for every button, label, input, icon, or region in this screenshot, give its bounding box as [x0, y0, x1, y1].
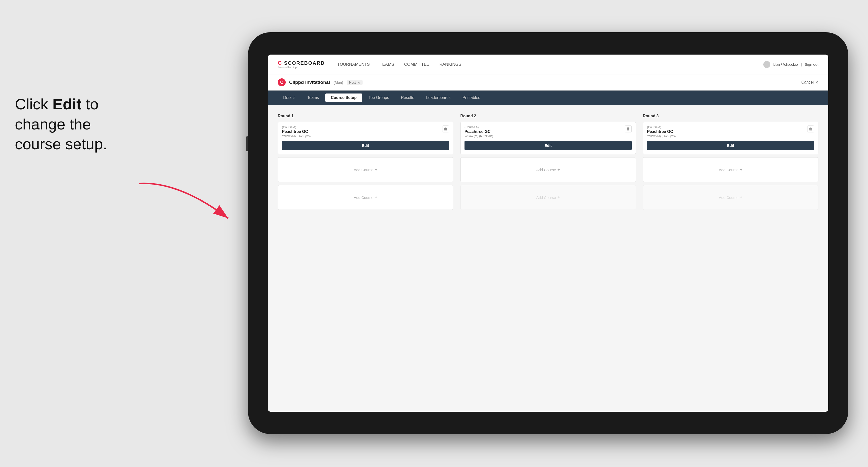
logo-c-letter: C	[278, 60, 282, 66]
course-info-r3: (Course A) Peachtree GC Yellow (M) (6629…	[647, 125, 807, 138]
delete-course-r1-button[interactable]: 🗑	[442, 125, 449, 132]
tournament-name: Clippd Invitational	[289, 80, 330, 85]
nav-rankings[interactable]: RANKINGS	[439, 62, 461, 67]
nav-right: blair@clippd.io | Sign out	[763, 61, 818, 68]
tab-course-setup[interactable]: Course Setup	[326, 93, 362, 102]
top-nav: C SCOREBOARD Powered by clippd TOURNAMEN…	[268, 55, 828, 74]
course-card-r3-c1: (Course A) Peachtree GC Yellow (M) (6629…	[643, 122, 818, 154]
sub-header: C Clippd Invitational (Men) Hosting Canc…	[268, 74, 828, 91]
round-2-column: Round 2 (Course A) Peachtree GC Yellow (…	[460, 114, 636, 213]
trash-icon-r2: 🗑	[626, 127, 630, 131]
clippd-logo: C	[278, 79, 286, 86]
tabs-bar: Details Teams Course Setup Tee Groups Re…	[268, 91, 828, 105]
trash-icon-r3: 🗑	[809, 127, 813, 131]
course-card-header: (Course A) Peachtree GC Yellow (M) (6629…	[278, 122, 453, 138]
tab-leaderboards[interactable]: Leaderboards	[421, 93, 456, 102]
add-course-label: Add Course	[354, 168, 373, 172]
main-content: Round 1 (Course A) Peachtree GC Yellow (…	[268, 105, 828, 412]
plus-icon-r1-2: +	[375, 195, 377, 200]
add-course-r3-text1: Add Course +	[719, 167, 742, 172]
add-course-r2-slot1[interactable]: Add Course +	[460, 157, 636, 182]
tablet-frame: C SCOREBOARD Powered by clippd TOURNAMEN…	[248, 32, 848, 434]
tab-details[interactable]: Details	[278, 93, 301, 102]
add-course-r1-slot2[interactable]: Add Course +	[278, 185, 453, 210]
plus-icon-r3-2: +	[740, 195, 743, 200]
add-course-r3-label: Add Course	[719, 168, 738, 172]
course-card-header-r3: (Course A) Peachtree GC Yellow (M) (6629…	[643, 122, 818, 138]
plus-icon-r3-1: +	[740, 167, 743, 172]
edit-course-r2-button[interactable]: Edit	[465, 141, 632, 150]
course-detail-r1: Yellow (M) (6629 yds)	[282, 134, 442, 138]
round-3-column: Round 3 (Course A) Peachtree GC Yellow (…	[643, 114, 818, 213]
instruction-text: Click Edit tochange thecourse setup.	[15, 94, 107, 154]
nav-tournaments[interactable]: TOURNAMENTS	[337, 62, 370, 67]
logo-area: C SCOREBOARD Powered by clippd	[278, 60, 325, 69]
course-info-r2: (Course A) Peachtree GC Yellow (M) (6629…	[465, 125, 625, 138]
tablet-screen: C SCOREBOARD Powered by clippd TOURNAMEN…	[268, 55, 828, 412]
course-name-r1: Peachtree GC	[282, 129, 442, 134]
nav-committee[interactable]: COMMITTEE	[404, 62, 429, 67]
delete-course-r2-button[interactable]: 🗑	[625, 125, 632, 132]
round-1-column: Round 1 (Course A) Peachtree GC Yellow (…	[278, 114, 453, 213]
add-course-label-2: Add Course	[354, 195, 373, 200]
nav-links: TOURNAMENTS TEAMS COMMITTEE RANKINGS	[337, 62, 764, 67]
cancel-button[interactable]: Cancel ✕	[801, 80, 818, 85]
course-label-r1: (Course A)	[282, 125, 442, 129]
add-course-r2-label: Add Course	[536, 168, 556, 172]
course-label-r3: (Course A)	[647, 125, 807, 129]
add-course-r2-label-2: Add Course	[536, 195, 556, 200]
course-info: (Course A) Peachtree GC Yellow (M) (6629…	[282, 125, 442, 138]
scoreboard-text: SCOREBOARD	[284, 60, 324, 66]
bold-edit: Edit	[53, 95, 82, 113]
add-course-r1-text1: Add Course +	[354, 167, 377, 172]
course-name-r2: Peachtree GC	[465, 129, 625, 134]
tournament-gender: (Men)	[334, 80, 343, 85]
hosting-badge: Hosting	[347, 80, 363, 85]
arrow-annotation	[129, 179, 243, 233]
nav-separator: |	[801, 62, 802, 66]
rounds-grid: Round 1 (Course A) Peachtree GC Yellow (…	[278, 114, 818, 213]
course-detail-r3: Yellow (M) (6629 yds)	[647, 134, 807, 138]
add-course-r3-label-2: Add Course	[719, 195, 738, 200]
plus-icon-r1-1: +	[375, 167, 377, 172]
round-3-label: Round 3	[643, 114, 818, 118]
user-email: blair@clippd.io	[773, 62, 798, 66]
add-course-r3-slot2: Add Course +	[643, 185, 818, 210]
trash-icon: 🗑	[444, 127, 447, 131]
add-course-r2-slot2: Add Course +	[460, 185, 636, 210]
tab-teams[interactable]: Teams	[302, 93, 324, 102]
course-card-header-r2: (Course A) Peachtree GC Yellow (M) (6629…	[461, 122, 636, 138]
sign-out-link[interactable]: Sign out	[805, 62, 818, 66]
round-1-label: Round 1	[278, 114, 453, 118]
logo-subtitle: Powered by clippd	[278, 66, 325, 69]
add-course-r3-slot1[interactable]: Add Course +	[643, 157, 818, 182]
edit-course-r1-button[interactable]: Edit	[282, 141, 449, 150]
course-card-r2-c1: (Course A) Peachtree GC Yellow (M) (6629…	[460, 122, 636, 154]
user-avatar	[763, 61, 770, 68]
course-label-r2: (Course A)	[465, 125, 625, 129]
cancel-label: Cancel	[801, 80, 814, 85]
course-name-r3: Peachtree GC	[647, 129, 807, 134]
tab-printables[interactable]: Printables	[457, 93, 486, 102]
nav-teams[interactable]: TEAMS	[380, 62, 394, 67]
plus-icon-r2-1: +	[558, 167, 560, 172]
delete-course-r3-button[interactable]: 🗑	[807, 125, 814, 132]
tab-results[interactable]: Results	[396, 93, 420, 102]
cancel-icon: ✕	[815, 80, 818, 85]
add-course-r3-text2: Add Course +	[719, 195, 742, 200]
add-course-r1-text2: Add Course +	[354, 195, 377, 200]
add-course-r1-slot1[interactable]: Add Course +	[278, 157, 453, 182]
add-course-r2-text1: Add Course +	[536, 167, 560, 172]
edit-course-r3-button[interactable]: Edit	[647, 141, 814, 150]
plus-icon-r2-2: +	[558, 195, 560, 200]
tab-tee-groups[interactable]: Tee Groups	[363, 93, 395, 102]
scoreboard-logo: C SCOREBOARD	[278, 60, 325, 66]
add-course-r2-text2: Add Course +	[536, 195, 560, 200]
course-card-r1-c1: (Course A) Peachtree GC Yellow (M) (6629…	[278, 122, 453, 154]
course-detail-r2: Yellow (M) (6629 yds)	[465, 134, 625, 138]
round-2-label: Round 2	[460, 114, 636, 118]
tournament-info: C Clippd Invitational (Men) Hosting	[278, 79, 363, 86]
